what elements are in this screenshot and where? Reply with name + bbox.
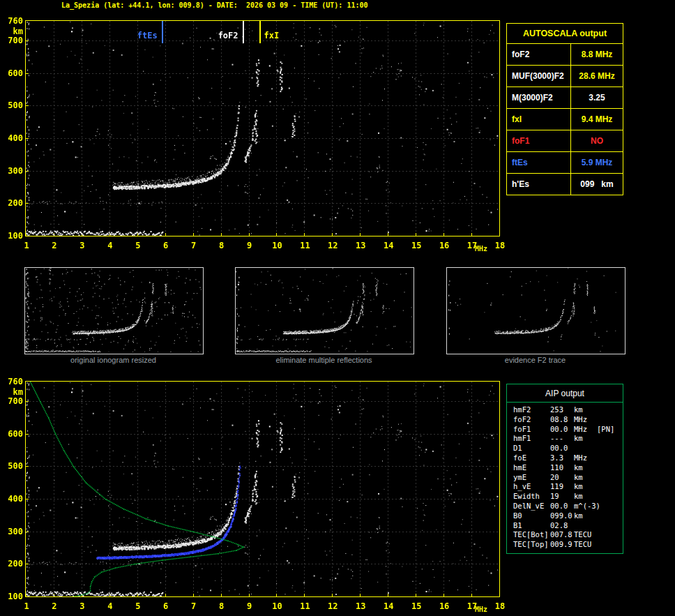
x-tick-label-top: 4 [101,241,119,250]
x-tick-label-top: 5 [129,241,147,250]
y-tick-label-top: 300 [3,166,23,176]
x-tick-label-top: 10 [268,241,286,250]
x-tick-label-top: 7 [185,241,203,250]
y-tick-label-top: 200 [3,198,23,208]
y-tick-label-bottom: km [3,387,23,397]
x-tick-label-bottom: 8 [213,601,231,611]
x-tick-label-top: 9 [241,241,259,250]
y-tick-label-bottom: 100 [3,592,23,601]
axis-labels: 760km70060050040030020010012345678910111… [0,0,675,616]
x-tick-label-bottom: 5 [129,601,147,611]
x-tick-label-top: 3 [73,241,91,250]
x-tick-label-bottom: 18 [491,601,509,611]
x-tick-label-top: 2 [45,241,63,250]
autoscala-screen: La_Spezia (lat: +44.1, lon: 009.8) - DAT… [0,0,675,616]
x-tick-label-bottom: 9 [241,601,259,611]
y-tick-label-top: 700 [3,36,23,45]
x-tick-label-bottom: 4 [101,601,119,611]
y-tick-label-bottom: 500 [3,461,23,471]
y-tick-label-top: 760 [3,16,23,26]
y-tick-label-top: 500 [3,100,23,110]
y-tick-label-bottom: 400 [3,494,23,504]
x-tick-label-top: 8 [213,241,231,250]
x-axis-unit-top: MHz [475,245,487,253]
x-tick-label-top: 1 [17,241,36,250]
y-tick-label-top: 400 [3,133,23,143]
y-tick-label-top: km [3,27,23,36]
x-tick-label-top: 16 [435,241,453,250]
x-tick-label-bottom: 6 [157,601,175,611]
x-tick-label-top: 15 [407,241,425,250]
x-tick-label-top: 18 [491,241,509,250]
x-tick-label-bottom: 2 [45,601,63,611]
x-tick-label-bottom: 7 [185,601,203,611]
x-tick-label-top: 6 [157,241,175,250]
y-tick-label-bottom: 760 [3,377,23,386]
y-tick-label-bottom: 700 [3,396,23,406]
x-tick-label-bottom: 13 [351,601,370,611]
y-tick-label-bottom: 600 [3,429,23,439]
x-tick-label-bottom: 15 [407,601,425,611]
y-tick-label-top: 100 [3,231,23,241]
x-tick-label-bottom: 14 [379,601,397,611]
x-tick-label-bottom: 16 [435,601,453,611]
x-tick-label-top: 11 [296,241,314,250]
x-tick-label-top: 14 [379,241,397,250]
x-tick-label-bottom: 1 [17,601,36,611]
x-tick-label-top: 12 [324,241,342,250]
x-tick-label-bottom: 3 [73,601,91,611]
x-tick-label-bottom: 10 [268,601,286,611]
x-tick-label-top: 13 [351,241,370,250]
x-tick-label-bottom: 11 [296,601,314,611]
y-tick-label-top: 600 [3,68,23,78]
y-tick-label-bottom: 200 [3,559,23,569]
y-tick-label-bottom: 300 [3,527,23,536]
x-tick-label-bottom: 12 [324,601,342,611]
x-axis-unit-bottom: MHz [475,606,487,613]
